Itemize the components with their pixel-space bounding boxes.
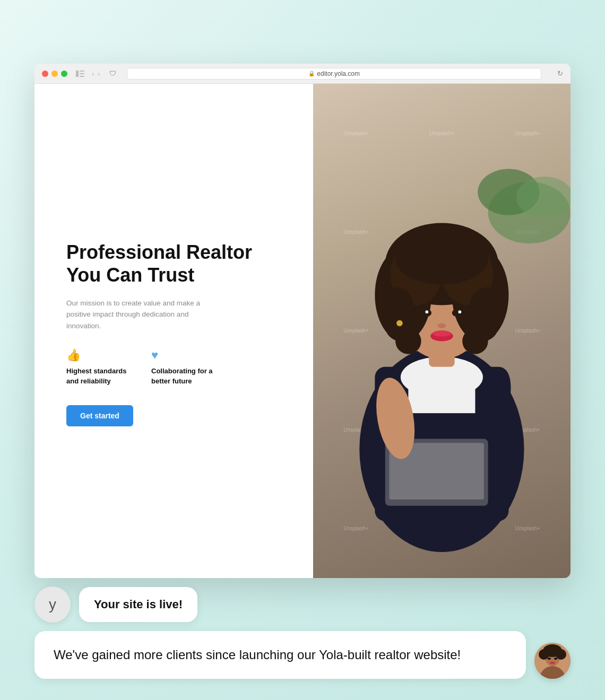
reload-icon[interactable]: ↻: [557, 69, 563, 77]
yola-initial: y: [49, 596, 56, 613]
svg-point-45: [550, 662, 555, 664]
woman-image: [313, 84, 571, 578]
url-text: editor.yola.com: [317, 70, 360, 77]
thumbsup-icon: 👍: [66, 348, 130, 362]
traffic-lights: [42, 71, 67, 77]
svg-rect-0: [76, 71, 79, 77]
user-avatar: [534, 643, 571, 679]
browser-chrome: ‹ › 🛡 🔒 editor.yola.com ↻: [34, 64, 571, 84]
back-button[interactable]: ‹: [92, 69, 94, 78]
chat-bubble-2-text: We've gained more clients since launchin…: [54, 648, 461, 662]
chat-bubble-1-text: Your site is live!: [94, 598, 183, 611]
svg-point-26: [452, 309, 464, 317]
svg-point-18: [395, 233, 488, 285]
features-row: 👍 Highest standards and reliability ♥ Co…: [66, 348, 287, 386]
sidebar-icon[interactable]: [76, 71, 84, 77]
svg-rect-3: [80, 76, 84, 77]
svg-rect-2: [80, 73, 84, 74]
svg-point-24: [462, 328, 488, 354]
svg-rect-1: [80, 71, 84, 72]
maximize-button[interactable]: [61, 71, 67, 77]
feature-2: ♥ Collaborating for a better future: [151, 348, 215, 386]
browser-window: ‹ › 🛡 🔒 editor.yola.com ↻ Professional R…: [34, 64, 571, 578]
svg-point-25: [419, 309, 431, 317]
forward-button[interactable]: ›: [98, 69, 100, 78]
svg-point-40: [539, 649, 549, 660]
hero-description: Our mission is to create value and make …: [66, 298, 215, 332]
left-panel: Professional Realtor You Can Trust Our m…: [34, 84, 313, 578]
svg-point-27: [426, 310, 429, 313]
chat-row-1: y Your site is live!: [34, 587, 571, 623]
address-bar[interactable]: 🔒 editor.yola.com: [127, 68, 541, 80]
close-button[interactable]: [42, 71, 48, 77]
svg-rect-10: [409, 372, 476, 414]
svg-point-23: [395, 328, 421, 354]
minimize-button[interactable]: [51, 71, 58, 77]
svg-point-41: [556, 649, 566, 660]
hero-image: Unsplash+ Unsplash+ Unsplash+ Unsplash+ …: [313, 84, 571, 578]
chat-bubble-2: We've gained more clients since launchin…: [34, 631, 526, 679]
yola-avatar: y: [34, 587, 71, 623]
user-avatar-image: [534, 643, 571, 679]
chat-section: y Your site is live! We've gained more c…: [34, 587, 571, 679]
hero-title: Professional Realtor You Can Trust: [66, 241, 287, 286]
svg-point-43: [548, 658, 551, 660]
get-started-button[interactable]: Get started: [66, 405, 133, 426]
feature-1-label: Highest standards and reliability: [66, 366, 130, 386]
chat-row-2: We've gained more clients since launchin…: [34, 631, 571, 679]
heart-icon: ♥: [151, 348, 215, 362]
feature-1: 👍 Highest standards and reliability: [66, 348, 130, 386]
lock-icon: 🔒: [308, 71, 315, 76]
svg-point-29: [438, 323, 446, 328]
right-panel: Unsplash+ Unsplash+ Unsplash+ Unsplash+ …: [313, 84, 571, 578]
svg-point-6: [516, 177, 571, 218]
svg-point-28: [459, 310, 462, 313]
svg-point-32: [396, 320, 403, 327]
browser-content: Professional Realtor You Can Trust Our m…: [34, 84, 571, 578]
svg-point-44: [554, 658, 557, 660]
chat-bubble-1: Your site is live!: [79, 587, 197, 622]
svg-point-31: [433, 330, 451, 337]
browser-nav: ‹ ›: [92, 69, 100, 78]
shield-icon: 🛡: [109, 69, 116, 77]
feature-2-label: Collaborating for a better future: [151, 366, 215, 386]
